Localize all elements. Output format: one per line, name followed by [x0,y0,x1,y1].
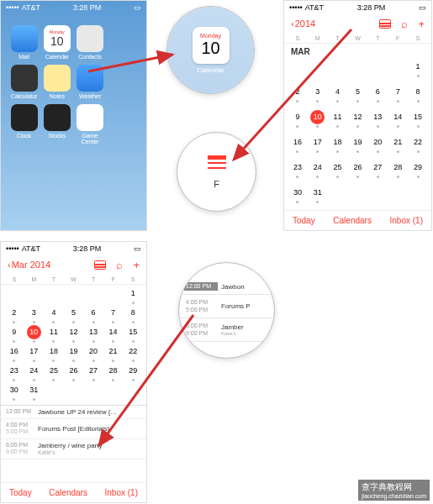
calendar-day[interactable]: 16 [288,135,308,154]
app-calendar[interactable]: Monday10Calendar [42,25,71,60]
calendar-day[interactable]: 8 [408,85,428,103]
add-event-button[interactable]: + [133,259,140,271]
calendar-day[interactable]: 31 [24,383,45,398]
calendar-day[interactable]: 28 [103,364,124,379]
calendar-day[interactable]: 12 [348,110,368,129]
calendar-day[interactable]: 4 [328,85,348,103]
search-icon[interactable]: ⌕ [401,18,408,30]
calendar-day[interactable]: 20 [367,135,388,154]
zoom-list-view-icon: F [177,132,256,212]
calendar-day[interactable]: 4 [44,306,64,321]
calendar-day[interactable]: 21 [103,344,124,360]
calendar-header: ‹Mar 2014 ⌕ + [1,255,146,275]
calendar-day[interactable]: 5 [64,306,84,321]
calendar-day[interactable]: 21 [388,135,408,154]
list-view-icon[interactable] [208,155,226,169]
calendar-day[interactable]: 20 [83,344,103,360]
calendar-day[interactable]: 7 [388,85,408,103]
calendar-day[interactable]: 30 [288,186,308,204]
calendar-day[interactable]: 9 [288,110,308,129]
app-calculator[interactable]: Calculator [9,65,39,99]
calendar-day[interactable]: 5 [348,85,368,103]
today-button[interactable]: Today [9,488,32,497]
app-weather[interactable]: Weather [76,65,105,99]
calendar-day[interactable]: 6 [83,306,103,321]
add-event-button[interactable]: + [418,18,425,30]
calendar-day[interactable]: 27 [83,364,103,379]
calendar-day[interactable]: 11 [44,325,64,340]
calendar-day[interactable]: 23 [4,364,24,379]
calendar-day[interactable]: 3 [308,85,328,103]
calendar-day[interactable]: 17 [24,344,45,360]
app-mail[interactable]: Mail [9,25,39,60]
calendars-button[interactable]: Calendars [49,488,87,497]
app-game-center[interactable]: Game Center [76,104,105,144]
calendar-day[interactable]: 28 [388,160,408,179]
calendar-day[interactable]: 27 [367,160,388,179]
calendar-day[interactable]: 25 [44,364,64,379]
calendar-day[interactable]: 10 [308,110,328,129]
calendar-day[interactable]: 13 [367,110,388,129]
calendar-day[interactable]: 7 [103,306,124,321]
today-button[interactable]: Today [293,216,315,225]
calendar-day[interactable]: 14 [388,110,408,129]
zoom-event-row: 12:00 PMJawbon [179,279,274,295]
calendar-day[interactable]: 17 [308,135,328,154]
inbox-button[interactable]: Inbox (1) [390,216,423,225]
calendar-day[interactable]: 9 [4,325,24,340]
calendar-day[interactable]: 1 [123,286,143,302]
calendar-day[interactable]: 23 [288,160,308,179]
event-row[interactable]: 6:00 PM9:00 PMJamberry / wine partyKatie… [1,439,146,459]
app-notes[interactable]: Notes [42,65,71,99]
calendar-grid[interactable]: 1234567891011121314151617181920212223242… [284,58,431,211]
calendar-day[interactable]: 19 [348,135,368,154]
calendar-day[interactable]: 25 [328,160,348,179]
calendar-day[interactable]: 10 [24,325,45,340]
back-to-year-button[interactable]: ‹2014 [291,18,315,29]
calendar-app-tile[interactable]: Monday 10 [193,27,230,64]
calendar-grid[interactable]: 1234567891011121314151617181920212223242… [1,285,146,405]
calendar-day[interactable]: 31 [308,186,328,204]
app-clock[interactable]: Clock [9,104,39,144]
calendar-day[interactable]: 22 [123,344,143,360]
calendar-day[interactable]: 24 [308,160,328,179]
calendar-day[interactable]: 2 [288,85,308,103]
calendar-day[interactable]: 29 [123,364,143,379]
calendar-day [388,186,408,204]
calendar-day[interactable]: 13 [83,325,103,340]
calendar-day[interactable]: 6 [367,85,388,103]
calendar-day[interactable]: 26 [64,364,84,379]
day-of-week-header: SMTWTFS [1,275,146,285]
calendar-day [123,383,143,398]
app-stocks[interactable]: Stocks [42,104,71,144]
calendar-day[interactable]: 15 [408,110,428,129]
list-view-button[interactable] [94,260,106,270]
list-view-button[interactable] [379,19,391,29]
calendar-day[interactable]: 29 [408,160,428,179]
calendar-day[interactable]: 18 [44,344,64,360]
event-list[interactable]: 12:00 PMJawbone UP 24 review […4:00 PM5:… [1,405,146,459]
calendar-day[interactable]: 3 [24,306,45,321]
calendar-day[interactable]: 2 [4,306,24,321]
calendar-day[interactable]: 8 [123,306,143,321]
inbox-button[interactable]: Inbox (1) [105,488,138,497]
calendar-day[interactable]: 26 [348,160,368,179]
calendar-day[interactable]: 24 [24,364,45,379]
search-icon[interactable]: ⌕ [116,259,123,271]
calendar-day [348,60,368,78]
calendars-button[interactable]: Calendars [333,216,372,225]
event-row[interactable]: 4:00 PM5:00 PMForums Post [Editorials] [1,419,146,439]
calendar-day[interactable]: 14 [103,325,124,340]
calendar-day[interactable]: 22 [408,135,428,154]
calendar-day[interactable]: 15 [123,325,143,340]
back-to-year-button[interactable]: ‹Mar 2014 [8,260,50,270]
calendar-day[interactable]: 12 [64,325,84,340]
app-contacts[interactable]: Contacts [76,25,105,60]
calendar-day[interactable]: 18 [328,135,348,154]
calendar-day[interactable]: 30 [4,383,24,398]
calendar-day[interactable]: 1 [408,60,428,78]
calendar-day[interactable]: 11 [328,110,348,129]
event-row[interactable]: 12:00 PMJawbone UP 24 review [… [1,406,146,419]
calendar-day[interactable]: 16 [4,344,24,360]
calendar-day[interactable]: 19 [64,344,84,360]
